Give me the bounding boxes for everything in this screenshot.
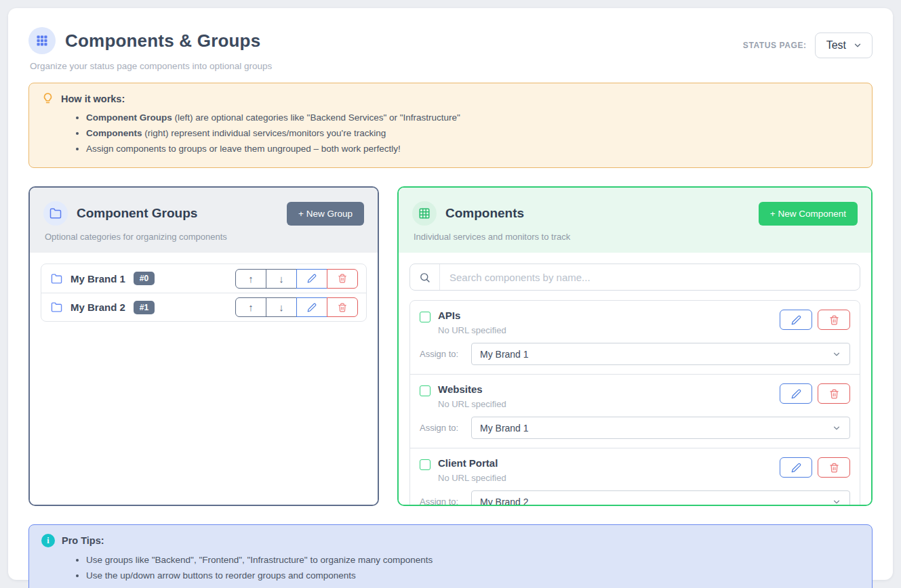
component-name: APIs	[438, 310, 506, 321]
trash-icon	[338, 303, 347, 312]
chevron-down-icon	[832, 497, 841, 505]
arrow-up-icon: ↑	[248, 273, 254, 285]
assign-group-select[interactable]: My Brand 1	[471, 343, 850, 365]
how-it-works-list: Component Groups (left) are optional cat…	[41, 110, 860, 156]
group-row: My Brand 2 #1 ↑ ↓	[41, 293, 366, 321]
status-page-select[interactable]: Test	[815, 33, 873, 58]
trash-icon	[829, 315, 839, 325]
components-panel-subtitle: Individual services and monitors to trac…	[414, 232, 858, 242]
edit-component-button[interactable]	[780, 310, 812, 330]
trash-icon	[829, 389, 839, 399]
pencil-icon	[791, 315, 801, 325]
edit-component-button[interactable]	[780, 457, 812, 478]
assign-group-select[interactable]: My Brand 1	[471, 417, 850, 439]
move-down-button[interactable]: ↓	[266, 297, 297, 317]
components-list: APIs No URL specified	[409, 300, 860, 505]
status-page-selector: STATUS PAGE: Test	[743, 33, 873, 58]
assigned-group-value: My Brand 1	[480, 349, 529, 360]
chevron-down-icon	[853, 41, 862, 50]
page-heading-block: Components & Groups Organize your status…	[28, 27, 272, 71]
assign-to-label: Assign to:	[420, 423, 471, 433]
page-subtitle: Organize your status page components int…	[30, 61, 272, 71]
move-down-button[interactable]: ↓	[266, 269, 297, 289]
group-name: My Brand 1	[71, 273, 125, 285]
pro-tips-box: i Pro Tips: Use groups like "Backend", "…	[28, 524, 873, 588]
status-page-label: STATUS PAGE:	[743, 41, 807, 50]
component-row: APIs No URL specified	[410, 301, 860, 374]
components-panel: Components + New Component Individual se…	[397, 186, 873, 506]
search-icon	[410, 264, 440, 290]
chevron-down-icon	[832, 423, 841, 433]
delete-group-button[interactable]	[327, 269, 358, 289]
how-it-works-title: How it works:	[61, 93, 125, 104]
arrow-up-icon: ↑	[248, 301, 254, 313]
edit-group-button[interactable]	[296, 269, 327, 289]
main-card: Components & Groups Organize your status…	[8, 8, 893, 580]
how-it-works-box: How it works: Component Groups (left) ar…	[28, 83, 873, 168]
groups-panel-body: My Brand 1 #0 ↑ ↓	[30, 253, 378, 505]
component-checkbox[interactable]	[420, 385, 431, 396]
component-url-note: No URL specified	[438, 325, 506, 335]
assign-to-label: Assign to:	[420, 497, 471, 505]
pro-tip-item: Components without a group will appear i…	[86, 583, 860, 588]
pro-tips-list: Use groups like "Backend", "Frontend", "…	[41, 552, 860, 588]
status-page-value: Test	[826, 39, 846, 51]
trash-icon	[829, 463, 839, 473]
components-grid-icon	[28, 27, 56, 54]
page-title: Components & Groups	[65, 30, 260, 51]
groups-panel-subtitle: Optional categories for organizing compo…	[45, 232, 364, 242]
assign-group-select[interactable]: My Brand 2	[471, 490, 850, 505]
new-component-button[interactable]: + New Component	[759, 202, 858, 226]
folder-icon	[51, 273, 62, 285]
pro-tip-item: Use the up/down arrow buttons to reorder…	[86, 568, 860, 583]
component-url-note: No URL specified	[438, 399, 506, 409]
component-url-note: No URL specified	[438, 473, 506, 483]
groups-list: My Brand 1 #0 ↑ ↓	[41, 264, 367, 322]
component-checkbox[interactable]	[420, 459, 431, 470]
component-name: Websites	[438, 383, 506, 395]
pencil-icon	[791, 389, 801, 399]
component-groups-panel: Component Groups + New Group Optional ca…	[28, 186, 379, 506]
how-it-works-item: Assign components to groups or leave the…	[86, 141, 860, 156]
pencil-icon	[307, 274, 317, 283]
edit-group-button[interactable]	[296, 297, 327, 317]
lightbulb-icon	[41, 92, 54, 105]
assign-to-label: Assign to:	[420, 349, 471, 359]
group-order-badge: #1	[134, 301, 155, 314]
folder-icon	[51, 301, 62, 313]
group-actions: ↑ ↓	[235, 297, 358, 317]
delete-component-button[interactable]	[818, 383, 850, 404]
chevron-down-icon	[832, 350, 841, 359]
trash-icon	[338, 274, 347, 283]
component-row: Websites No URL specified	[410, 374, 860, 448]
component-row: Client Portal No URL specified	[410, 448, 860, 505]
group-order-badge: #0	[134, 272, 155, 285]
assigned-group-value: My Brand 2	[480, 497, 529, 505]
components-panel-title: Components	[445, 206, 750, 221]
search-input[interactable]	[440, 264, 860, 290]
group-name: My Brand 2	[71, 301, 125, 313]
delete-component-button[interactable]	[818, 457, 850, 478]
components-panel-body: APIs No URL specified	[399, 253, 871, 505]
info-icon: i	[41, 534, 55, 547]
group-row: My Brand 1 #0 ↑ ↓	[41, 264, 366, 293]
move-up-button[interactable]: ↑	[235, 297, 266, 317]
groups-panel-title: Component Groups	[77, 206, 278, 221]
arrow-down-icon: ↓	[279, 273, 284, 285]
grid-icon	[412, 201, 437, 226]
pencil-icon	[791, 463, 801, 473]
component-search	[409, 264, 860, 291]
pro-tip-item: Use groups like "Backend", "Frontend", "…	[86, 552, 860, 568]
arrow-down-icon: ↓	[279, 301, 284, 313]
move-up-button[interactable]: ↑	[235, 269, 266, 289]
new-group-button[interactable]: + New Group	[287, 202, 364, 226]
folder-icon	[43, 201, 68, 226]
delete-group-button[interactable]	[327, 297, 358, 317]
how-it-works-item: Components (right) represent individual …	[86, 125, 860, 141]
component-name: Client Portal	[438, 457, 506, 469]
delete-component-button[interactable]	[818, 310, 850, 330]
edit-component-button[interactable]	[780, 383, 812, 404]
assigned-group-value: My Brand 1	[480, 423, 529, 434]
components-panel-header: Components + New Component Individual se…	[399, 188, 871, 253]
component-checkbox[interactable]	[420, 312, 431, 322]
